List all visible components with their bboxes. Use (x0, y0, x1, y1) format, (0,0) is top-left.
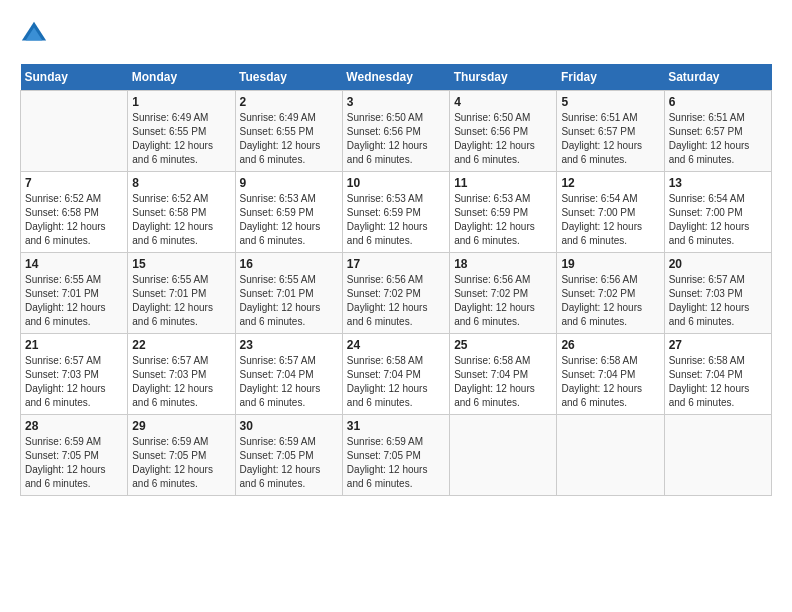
day-info: Sunrise: 6:53 AM Sunset: 6:59 PM Dayligh… (454, 192, 552, 248)
day-number: 26 (561, 338, 659, 352)
day-info: Sunrise: 6:52 AM Sunset: 6:58 PM Dayligh… (132, 192, 230, 248)
day-number: 31 (347, 419, 445, 433)
day-number: 5 (561, 95, 659, 109)
header-thursday: Thursday (450, 64, 557, 91)
day-info: Sunrise: 6:57 AM Sunset: 7:03 PM Dayligh… (25, 354, 123, 410)
day-info: Sunrise: 6:56 AM Sunset: 7:02 PM Dayligh… (561, 273, 659, 329)
header-monday: Monday (128, 64, 235, 91)
day-info: Sunrise: 6:50 AM Sunset: 6:56 PM Dayligh… (347, 111, 445, 167)
calendar-cell: 4Sunrise: 6:50 AM Sunset: 6:56 PM Daylig… (450, 91, 557, 172)
day-info: Sunrise: 6:59 AM Sunset: 7:05 PM Dayligh… (25, 435, 123, 491)
day-info: Sunrise: 6:51 AM Sunset: 6:57 PM Dayligh… (669, 111, 767, 167)
header-tuesday: Tuesday (235, 64, 342, 91)
day-info: Sunrise: 6:55 AM Sunset: 7:01 PM Dayligh… (25, 273, 123, 329)
calendar-cell: 31Sunrise: 6:59 AM Sunset: 7:05 PM Dayli… (342, 415, 449, 496)
calendar-header-row: SundayMondayTuesdayWednesdayThursdayFrid… (21, 64, 772, 91)
calendar-cell: 14Sunrise: 6:55 AM Sunset: 7:01 PM Dayli… (21, 253, 128, 334)
calendar-cell: 10Sunrise: 6:53 AM Sunset: 6:59 PM Dayli… (342, 172, 449, 253)
calendar-week-5: 28Sunrise: 6:59 AM Sunset: 7:05 PM Dayli… (21, 415, 772, 496)
day-info: Sunrise: 6:54 AM Sunset: 7:00 PM Dayligh… (669, 192, 767, 248)
calendar-cell: 13Sunrise: 6:54 AM Sunset: 7:00 PM Dayli… (664, 172, 771, 253)
day-info: Sunrise: 6:51 AM Sunset: 6:57 PM Dayligh… (561, 111, 659, 167)
day-number: 20 (669, 257, 767, 271)
day-info: Sunrise: 6:54 AM Sunset: 7:00 PM Dayligh… (561, 192, 659, 248)
day-number: 15 (132, 257, 230, 271)
day-number: 9 (240, 176, 338, 190)
day-number: 19 (561, 257, 659, 271)
day-number: 17 (347, 257, 445, 271)
day-number: 30 (240, 419, 338, 433)
calendar-cell: 7Sunrise: 6:52 AM Sunset: 6:58 PM Daylig… (21, 172, 128, 253)
calendar-cell: 29Sunrise: 6:59 AM Sunset: 7:05 PM Dayli… (128, 415, 235, 496)
calendar-cell (664, 415, 771, 496)
calendar-cell: 21Sunrise: 6:57 AM Sunset: 7:03 PM Dayli… (21, 334, 128, 415)
day-info: Sunrise: 6:49 AM Sunset: 6:55 PM Dayligh… (240, 111, 338, 167)
day-info: Sunrise: 6:57 AM Sunset: 7:03 PM Dayligh… (132, 354, 230, 410)
calendar-cell: 6Sunrise: 6:51 AM Sunset: 6:57 PM Daylig… (664, 91, 771, 172)
day-number: 7 (25, 176, 123, 190)
day-info: Sunrise: 6:57 AM Sunset: 7:04 PM Dayligh… (240, 354, 338, 410)
day-number: 12 (561, 176, 659, 190)
header-saturday: Saturday (664, 64, 771, 91)
day-info: Sunrise: 6:49 AM Sunset: 6:55 PM Dayligh… (132, 111, 230, 167)
calendar-cell: 15Sunrise: 6:55 AM Sunset: 7:01 PM Dayli… (128, 253, 235, 334)
calendar-cell (21, 91, 128, 172)
day-number: 6 (669, 95, 767, 109)
calendar-cell: 5Sunrise: 6:51 AM Sunset: 6:57 PM Daylig… (557, 91, 664, 172)
day-info: Sunrise: 6:53 AM Sunset: 6:59 PM Dayligh… (240, 192, 338, 248)
day-number: 25 (454, 338, 552, 352)
calendar-cell: 24Sunrise: 6:58 AM Sunset: 7:04 PM Dayli… (342, 334, 449, 415)
calendar-cell: 20Sunrise: 6:57 AM Sunset: 7:03 PM Dayli… (664, 253, 771, 334)
day-info: Sunrise: 6:57 AM Sunset: 7:03 PM Dayligh… (669, 273, 767, 329)
day-number: 1 (132, 95, 230, 109)
day-info: Sunrise: 6:53 AM Sunset: 6:59 PM Dayligh… (347, 192, 445, 248)
day-number: 27 (669, 338, 767, 352)
day-number: 2 (240, 95, 338, 109)
day-info: Sunrise: 6:58 AM Sunset: 7:04 PM Dayligh… (454, 354, 552, 410)
calendar-cell (557, 415, 664, 496)
calendar-cell: 27Sunrise: 6:58 AM Sunset: 7:04 PM Dayli… (664, 334, 771, 415)
calendar-cell: 11Sunrise: 6:53 AM Sunset: 6:59 PM Dayli… (450, 172, 557, 253)
logo-icon (20, 20, 48, 48)
day-info: Sunrise: 6:56 AM Sunset: 7:02 PM Dayligh… (347, 273, 445, 329)
day-info: Sunrise: 6:55 AM Sunset: 7:01 PM Dayligh… (240, 273, 338, 329)
day-number: 13 (669, 176, 767, 190)
day-number: 8 (132, 176, 230, 190)
calendar-cell: 19Sunrise: 6:56 AM Sunset: 7:02 PM Dayli… (557, 253, 664, 334)
day-number: 11 (454, 176, 552, 190)
day-number: 4 (454, 95, 552, 109)
day-number: 10 (347, 176, 445, 190)
day-number: 14 (25, 257, 123, 271)
calendar-cell: 3Sunrise: 6:50 AM Sunset: 6:56 PM Daylig… (342, 91, 449, 172)
calendar-week-4: 21Sunrise: 6:57 AM Sunset: 7:03 PM Dayli… (21, 334, 772, 415)
header-friday: Friday (557, 64, 664, 91)
calendar-table: SundayMondayTuesdayWednesdayThursdayFrid… (20, 64, 772, 496)
calendar-cell: 25Sunrise: 6:58 AM Sunset: 7:04 PM Dayli… (450, 334, 557, 415)
day-info: Sunrise: 6:58 AM Sunset: 7:04 PM Dayligh… (669, 354, 767, 410)
day-info: Sunrise: 6:56 AM Sunset: 7:02 PM Dayligh… (454, 273, 552, 329)
header-sunday: Sunday (21, 64, 128, 91)
calendar-week-1: 1Sunrise: 6:49 AM Sunset: 6:55 PM Daylig… (21, 91, 772, 172)
page-header (20, 20, 772, 48)
day-number: 21 (25, 338, 123, 352)
calendar-cell: 1Sunrise: 6:49 AM Sunset: 6:55 PM Daylig… (128, 91, 235, 172)
day-number: 23 (240, 338, 338, 352)
calendar-cell: 8Sunrise: 6:52 AM Sunset: 6:58 PM Daylig… (128, 172, 235, 253)
calendar-cell: 22Sunrise: 6:57 AM Sunset: 7:03 PM Dayli… (128, 334, 235, 415)
calendar-week-2: 7Sunrise: 6:52 AM Sunset: 6:58 PM Daylig… (21, 172, 772, 253)
day-info: Sunrise: 6:59 AM Sunset: 7:05 PM Dayligh… (347, 435, 445, 491)
day-number: 18 (454, 257, 552, 271)
calendar-cell: 9Sunrise: 6:53 AM Sunset: 6:59 PM Daylig… (235, 172, 342, 253)
day-info: Sunrise: 6:59 AM Sunset: 7:05 PM Dayligh… (240, 435, 338, 491)
day-info: Sunrise: 6:58 AM Sunset: 7:04 PM Dayligh… (561, 354, 659, 410)
day-info: Sunrise: 6:58 AM Sunset: 7:04 PM Dayligh… (347, 354, 445, 410)
calendar-cell: 17Sunrise: 6:56 AM Sunset: 7:02 PM Dayli… (342, 253, 449, 334)
day-number: 22 (132, 338, 230, 352)
calendar-cell: 28Sunrise: 6:59 AM Sunset: 7:05 PM Dayli… (21, 415, 128, 496)
header-wednesday: Wednesday (342, 64, 449, 91)
day-info: Sunrise: 6:59 AM Sunset: 7:05 PM Dayligh… (132, 435, 230, 491)
calendar-cell: 2Sunrise: 6:49 AM Sunset: 6:55 PM Daylig… (235, 91, 342, 172)
day-info: Sunrise: 6:50 AM Sunset: 6:56 PM Dayligh… (454, 111, 552, 167)
day-number: 16 (240, 257, 338, 271)
calendar-cell (450, 415, 557, 496)
